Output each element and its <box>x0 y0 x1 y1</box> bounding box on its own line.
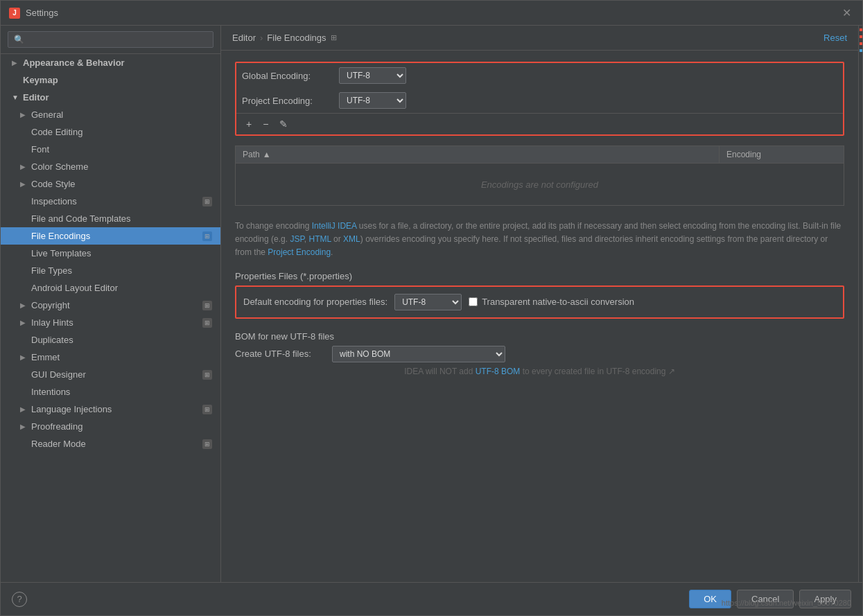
app-icon: J <box>9 8 20 19</box>
footer-url: https://blog.csdn.net/weixin_55070280 <box>722 599 851 607</box>
sidebar-item-inlay-hints[interactable]: ▶ Inlay Hints ⊞ <box>1 314 220 331</box>
sidebar-item-label: File Types <box>31 265 72 276</box>
content-body: Global Encoding: UTF-8 ISO-8859-1 US-ASC… <box>221 51 858 582</box>
global-encoding-label: Global Encoding: <box>242 71 332 81</box>
sidebar-item-file-types[interactable]: File Types <box>1 262 220 279</box>
scroll-mark-red2 <box>860 35 862 38</box>
title-bar: J Settings ✕ <box>1 1 862 26</box>
project-encoding-select[interactable]: UTF-8 ISO-8859-1 US-ASCII <box>339 92 406 109</box>
encodings-table: Path ▲ Encoding Encodings are not config… <box>235 146 844 206</box>
properties-encoding-select[interactable]: UTF-8 ISO-8859-1 <box>394 294 462 310</box>
sidebar-item-label: Inlay Hints <box>31 317 73 328</box>
arrow-icon: ▶ <box>20 353 27 361</box>
badge-icon: ⊞ <box>202 231 212 241</box>
project-encoding-row: Project Encoding: UTF-8 ISO-8859-1 US-AS… <box>236 88 843 113</box>
remove-button[interactable]: − <box>259 116 272 132</box>
arrow-icon: ▶ <box>20 319 27 326</box>
info-link-xml: XML <box>343 234 360 244</box>
arrow-icon: ▶ <box>12 59 19 67</box>
edit-button[interactable]: ✎ <box>275 116 292 132</box>
encoding-section: Global Encoding: UTF-8 ISO-8859-1 US-ASC… <box>235 62 844 136</box>
info-link-project-encoding: Project Encoding <box>268 247 331 257</box>
col-path-header: Path ▲ <box>236 146 719 163</box>
dialog-body: ▶ Appearance & Behavior Keymap ▼ Editor … <box>1 26 862 582</box>
badge-icon: ⊞ <box>202 439 212 449</box>
sidebar-item-file-code-templates[interactable]: File and Code Templates <box>1 210 220 227</box>
table-body: Encodings are not configured <box>236 164 844 205</box>
project-encoding-label: Project Encoding: <box>242 96 332 106</box>
breadcrumb-separator: › <box>260 33 263 43</box>
transparent-checkbox[interactable] <box>469 297 478 306</box>
properties-encoding-row: Default encoding for properties files: U… <box>243 294 836 310</box>
scroll-mark-red1 <box>860 28 862 31</box>
sidebar: ▶ Appearance & Behavior Keymap ▼ Editor … <box>1 26 221 582</box>
sidebar-item-label: Reader Mode <box>31 439 86 449</box>
bom-note-link: UTF-8 BOM <box>476 367 521 376</box>
sidebar-item-language-injections[interactable]: ▶ Language Injections ⊞ <box>1 401 220 418</box>
sidebar-item-label: Code Editing <box>31 127 82 137</box>
global-encoding-select[interactable]: UTF-8 ISO-8859-1 US-ASCII <box>339 67 406 84</box>
sidebar-item-duplicates[interactable]: Duplicates <box>1 331 220 349</box>
sidebar-item-proofreading[interactable]: ▶ Proofreading <box>1 418 220 435</box>
sidebar-item-label: Code Style <box>31 179 76 189</box>
sidebar-item-code-style[interactable]: ▶ Code Style <box>1 175 220 193</box>
content-header: Editor › File Encodings ⊞ Reset <box>221 26 858 51</box>
sidebar-item-label: Font <box>31 144 49 155</box>
arrow-icon: ▶ <box>20 163 27 170</box>
sidebar-item-gui-designer[interactable]: GUI Designer ⊞ <box>1 366 220 383</box>
search-input[interactable] <box>8 31 213 48</box>
sidebar-item-label: Language Injections <box>31 404 112 414</box>
bom-note: IDEA will NOT add UTF-8 BOM to every cre… <box>235 367 844 376</box>
bom-section-title: BOM for new UTF-8 files <box>235 331 844 342</box>
help-button[interactable]: ? <box>12 592 27 607</box>
transparent-checkbox-row: Transparent native-to-ascii conversion <box>469 297 634 307</box>
sidebar-item-label: Intentions <box>31 387 70 397</box>
sidebar-item-intentions[interactable]: Intentions <box>1 383 220 401</box>
settings-dialog: J Settings ✕ ▶ Appearance & Behavior Key… <box>0 0 863 616</box>
badge-icon: ⊞ <box>202 197 212 206</box>
sidebar-item-label: Duplicates <box>31 335 73 345</box>
sidebar-item-general[interactable]: ▶ General <box>1 106 220 123</box>
sidebar-item-live-templates[interactable]: Live Templates <box>1 245 220 262</box>
info-link-html: HTML <box>309 234 331 244</box>
sidebar-item-font[interactable]: Font <box>1 141 220 158</box>
breadcrumb: Editor › File Encodings ⊞ <box>232 33 337 43</box>
arrow-icon: ▶ <box>20 405 27 413</box>
sidebar-item-keymap[interactable]: Keymap <box>1 71 220 89</box>
sidebar-item-file-encodings[interactable]: File Encodings ⊞ <box>1 227 220 245</box>
properties-section-title: Properties Files (*.properties) <box>235 271 844 281</box>
info-link-jsp: JSP <box>290 234 304 244</box>
sidebar-item-label: Proofreading <box>31 421 82 432</box>
sidebar-item-code-editing[interactable]: Code Editing <box>1 123 220 141</box>
sidebar-item-label: File and Code Templates <box>31 213 131 224</box>
sidebar-item-inspections[interactable]: Inspections ⊞ <box>1 193 220 210</box>
sidebar-item-appearance[interactable]: ▶ Appearance & Behavior <box>1 54 220 71</box>
breadcrumb-part2: File Encodings <box>267 33 326 43</box>
sidebar-item-color-scheme[interactable]: ▶ Color Scheme <box>1 158 220 175</box>
main-content: Editor › File Encodings ⊞ Reset Global E… <box>221 26 858 582</box>
sidebar-item-label: Color Scheme <box>31 161 88 172</box>
bom-select[interactable]: with NO BOM with BOM <box>332 346 505 362</box>
bom-row: Create UTF-8 files: with NO BOM with BOM <box>235 346 844 362</box>
close-button[interactable]: ✕ <box>839 6 854 19</box>
bom-label: Create UTF-8 files: <box>235 349 325 359</box>
sidebar-item-editor[interactable]: ▼ Editor <box>1 89 220 106</box>
scroll-mark-red3 <box>860 42 862 45</box>
scroll-bar[interactable] <box>858 26 862 582</box>
sidebar-item-label: File Encodings <box>31 231 90 241</box>
sidebar-item-label: GUI Designer <box>31 369 86 380</box>
col-encoding-label: Encoding <box>726 150 761 159</box>
bom-section: BOM for new UTF-8 files Create UTF-8 fil… <box>235 328 844 379</box>
reset-button[interactable]: Reset <box>823 33 847 43</box>
sidebar-item-label: Copyright <box>31 300 70 310</box>
badge-icon: ⊞ <box>202 301 212 310</box>
info-link-intellij: IntelliJ IDEA <box>312 221 357 231</box>
sidebar-item-reader-mode[interactable]: Reader Mode ⊞ <box>1 435 220 452</box>
add-button[interactable]: + <box>242 116 256 132</box>
properties-box: Default encoding for properties files: U… <box>235 285 844 319</box>
sidebar-item-emmet[interactable]: ▶ Emmet <box>1 349 220 366</box>
sidebar-item-copyright[interactable]: ▶ Copyright ⊞ <box>1 297 220 314</box>
sidebar-item-label: Appearance & Behavior <box>23 58 125 68</box>
sidebar-item-android-layout-editor[interactable]: Android Layout Editor <box>1 279 220 297</box>
dialog-title: Settings <box>26 8 839 18</box>
